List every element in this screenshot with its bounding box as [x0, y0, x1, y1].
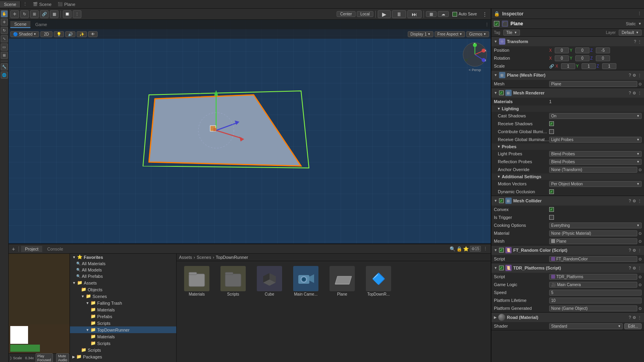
project-tab[interactable]: Project: [21, 246, 42, 252]
scene-render-btn[interactable]: Display 1 ▼: [408, 31, 433, 37]
mr-check[interactable]: ✓: [499, 90, 504, 95]
scene-light-btn[interactable]: 💡: [54, 31, 64, 37]
script-target[interactable]: ⊙: [638, 257, 642, 261]
breadcrumb-topdownrunner[interactable]: TopDownRunner: [216, 255, 248, 260]
script2-target[interactable]: ⊙: [638, 275, 642, 279]
scene-audio-btn[interactable]: 🔊: [65, 31, 75, 37]
mc-check[interactable]: ✓: [499, 198, 504, 203]
mr-more[interactable]: ⋮: [638, 91, 642, 95]
toolbar-grid2[interactable]: ▦: [50, 10, 58, 18]
additional-settings-subsection[interactable]: ▼ Additional Settings: [491, 173, 644, 180]
mesh-value2[interactable]: Plane: [549, 238, 637, 244]
file-topdownrunner[interactable]: 🔷 TopDownR...: [362, 264, 395, 298]
tool-move[interactable]: ✛: [1, 19, 8, 26]
breadcrumb-scenes[interactable]: Scenes: [197, 255, 211, 260]
tdr-scripts-item[interactable]: 📁 Scripts: [70, 340, 176, 347]
tool-custom1[interactable]: 🔧: [1, 63, 8, 70]
speed-value[interactable]: 5: [549, 290, 642, 296]
scale-x[interactable]: 1: [561, 63, 575, 69]
mesh-renderer-header[interactable]: ▼ ✓ ▦ Mesh Renderer ? ⚙ ⋮: [491, 88, 644, 98]
mc-settings[interactable]: ⚙: [633, 199, 636, 203]
rot-z[interactable]: 0: [596, 55, 610, 61]
ft-scripts-item[interactable]: 📁 Scripts: [70, 320, 176, 326]
transform-header[interactable]: ▼ ⊹ Transform ? ⋮: [491, 37, 644, 46]
road-help[interactable]: ?: [629, 315, 631, 320]
pos-x[interactable]: 0: [555, 47, 569, 53]
script-value[interactable]: FT_RandomColor: [549, 256, 637, 262]
toolbar-account[interactable]: ☁: [438, 11, 449, 17]
toolbar-layers[interactable]: 🔲: [63, 10, 72, 18]
persp-label[interactable]: < Persp: [462, 68, 488, 72]
ft-random-header[interactable]: ▼ ✓ 📜 FT_Random Color (Script) ? ⚙ ⋮: [491, 245, 644, 255]
rot-x[interactable]: 0: [555, 55, 569, 61]
ft-more[interactable]: ⋮: [638, 248, 642, 253]
falling-trash-item[interactable]: ▼ 📁 Falling Trash: [70, 300, 176, 306]
ft-check[interactable]: ✓: [499, 248, 504, 253]
tool-scale[interactable]: ⤡: [1, 35, 8, 42]
obj-active-check[interactable]: ✓: [494, 21, 499, 26]
material-target[interactable]: ⊙: [638, 231, 642, 236]
ft-help[interactable]: ?: [629, 248, 631, 253]
mr-settings[interactable]: ⚙: [633, 91, 636, 95]
assets-section[interactable]: ▼ 📁 Assets: [70, 279, 176, 286]
road-settings[interactable]: ⚙: [633, 315, 636, 320]
play-focused-btn[interactable]: Play Focused: [36, 353, 53, 362]
receive-gi-value[interactable]: Light Probes▼: [549, 137, 642, 143]
motion-vectors-value[interactable]: Per Object Motion▼: [549, 181, 642, 187]
dynamic-occlusion-check[interactable]: ✓: [549, 189, 554, 194]
edit-btn[interactable]: Edit...: [624, 323, 642, 329]
anchor-override-value[interactable]: None (Transform): [549, 167, 637, 173]
file-cube[interactable]: Cube: [252, 264, 286, 298]
toolbar-pause[interactable]: ⏸: [392, 10, 406, 18]
platform-generated-value[interactable]: None (Game Object): [549, 305, 637, 311]
toolbar-local[interactable]: Local: [357, 11, 373, 17]
scene-gizmos-btn[interactable]: Gizmos ▼: [466, 31, 489, 37]
receive-shadows-check[interactable]: ✓: [549, 121, 554, 126]
mute-audio-btn[interactable]: Mute Audio: [56, 353, 69, 362]
platform-lifetime-value[interactable]: 10: [549, 298, 642, 304]
toolbar-rotate[interactable]: ↻: [20, 10, 29, 18]
toolbar-settings[interactable]: ⋮: [480, 11, 489, 17]
script2-value[interactable]: TDR_Platforms: [549, 274, 637, 280]
all-prefabs-item[interactable]: 🔍 All Prefabs: [70, 273, 176, 279]
scene-fx-btn[interactable]: ✨: [77, 31, 87, 37]
file-materials[interactable]: Materials: [180, 264, 214, 298]
generated-target[interactable]: ⊙: [638, 306, 642, 311]
scale-y[interactable]: 1: [582, 63, 596, 69]
mesh-target[interactable]: ⊙: [638, 82, 642, 86]
project-layer-icon[interactable]: ⚙15: [470, 246, 481, 252]
rot-y[interactable]: 0: [575, 55, 589, 61]
inspector-more[interactable]: ⋮: [637, 11, 642, 16]
window-tab-scene[interactable]: Scene: [0, 1, 21, 8]
scripts-item[interactable]: 📁 Scripts: [70, 347, 176, 353]
mesh2-target[interactable]: ⊙: [638, 239, 642, 243]
toolbar-step[interactable]: ⏭: [407, 10, 422, 18]
project-search-icon[interactable]: 🔍: [450, 246, 456, 252]
scene-tab[interactable]: Scene: [10, 21, 30, 28]
cooking-options-value[interactable]: Everything▼: [549, 222, 642, 228]
auto-save-check[interactable]: [452, 12, 457, 17]
all-models-item[interactable]: 🔍 All Models: [70, 267, 176, 273]
scene-more[interactable]: ⋮: [485, 22, 489, 27]
mf-more[interactable]: ⋮: [638, 73, 642, 77]
tag-dropdown[interactable]: Tile▼: [503, 30, 520, 36]
mr-help[interactable]: ?: [629, 91, 631, 95]
tool-transform[interactable]: ⊞: [1, 52, 8, 59]
reflection-probes-value[interactable]: Blend Probes▼: [549, 159, 642, 165]
toolbar-snap[interactable]: 🔗: [40, 10, 49, 18]
tdr-materials-item[interactable]: 📁 Materials: [70, 333, 176, 340]
lighting-subsection[interactable]: ▼ Lighting: [491, 106, 644, 112]
game-logic-target[interactable]: ⊙: [638, 283, 642, 287]
toolbar-translate[interactable]: ✛: [10, 10, 19, 18]
tdr-check[interactable]: ✓: [499, 266, 504, 270]
toolbar-collab[interactable]: ▦: [426, 11, 437, 17]
tool-custom2[interactable]: 🌐: [1, 72, 8, 79]
game-tab[interactable]: Game: [31, 21, 51, 28]
transform-help[interactable]: ?: [634, 40, 636, 44]
scene-shading-btn[interactable]: 🔵 Shaded ▼: [10, 31, 39, 37]
mesh-collider-header[interactable]: ▼ ✓ ▦ Mesh Collider ? ⚙ ⋮: [491, 196, 644, 206]
scene-aspect-btn[interactable]: Free Aspect ▼: [435, 31, 465, 37]
is-trigger-check[interactable]: [549, 215, 554, 220]
material-value[interactable]: None (Physic Material): [549, 230, 637, 236]
tdr-settings[interactable]: ⚙: [633, 266, 636, 270]
